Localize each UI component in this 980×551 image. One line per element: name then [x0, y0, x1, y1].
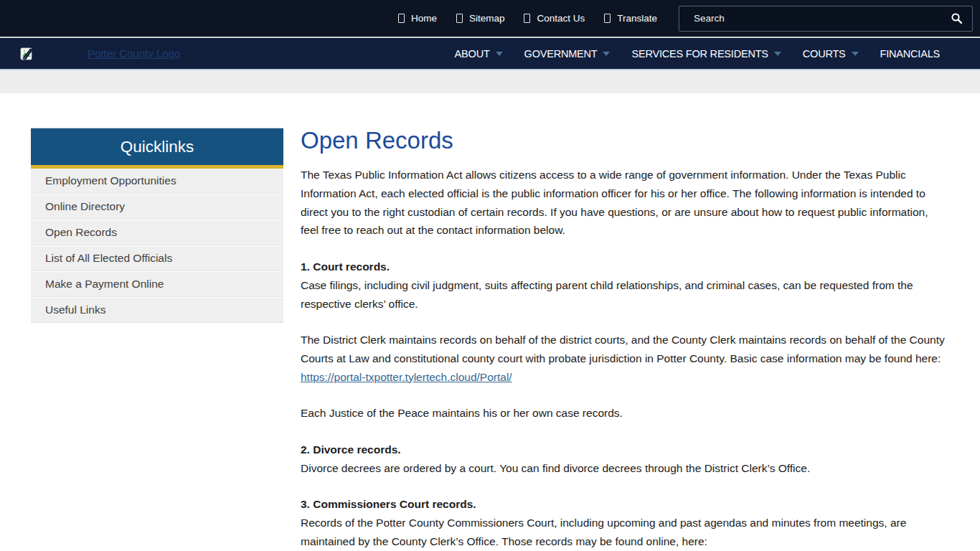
- sitemap-icon: [456, 14, 463, 23]
- quicklinks-sidebar: Quicklinks Employment Opportunities Onli…: [31, 128, 283, 324]
- search-input[interactable]: [679, 13, 941, 24]
- portal-link[interactable]: https://portal-txpotter.tylertech.cloud/…: [301, 371, 512, 383]
- topbar-links: Home Sitemap Contact Us Translate: [398, 13, 657, 24]
- topbar-link-home[interactable]: Home: [398, 13, 437, 24]
- commissioners-court-section: 3. Commissioners Court records. Records …: [301, 495, 947, 550]
- page-title: Open Records: [301, 128, 947, 154]
- nav-item-label: ABOUT: [455, 48, 490, 60]
- translate-icon: [604, 14, 611, 23]
- sidebar-item-open-records[interactable]: Open Records: [31, 220, 283, 246]
- sidebar-item-list-of-all-elected-officials[interactable]: List of All Elected Officials: [31, 246, 283, 272]
- content-area: Quicklinks Employment Opportunities Onli…: [0, 93, 980, 551]
- court-records-heading: 1. Court records.: [301, 260, 390, 273]
- chevron-down-icon: [774, 52, 781, 56]
- topbar-link-contact-us[interactable]: Contact Us: [524, 13, 585, 24]
- chevron-down-icon: [603, 52, 610, 56]
- main-navbar: Potter County Logo ABOUT GOVERNMENT SERV…: [0, 37, 980, 69]
- justice-of-peace-paragraph: Each Justice of the Peace maintains his …: [301, 404, 947, 423]
- logo-alt-text: Potter County Logo: [88, 47, 180, 60]
- contact-icon: [524, 14, 530, 23]
- top-utility-bar: Home Sitemap Contact Us Translate: [0, 0, 980, 37]
- topbar-link-label: Home: [411, 13, 437, 24]
- court-records-body: Case filings, including civil judgment, …: [301, 279, 913, 310]
- breadcrumb-band: [0, 69, 980, 93]
- topbar-link-label: Translate: [617, 13, 657, 24]
- commissioners-court-heading: 3. Commissioners Court records.: [301, 498, 476, 510]
- sidebar-item-make-a-payment-online[interactable]: Make a Payment Online: [31, 272, 283, 298]
- intro-paragraph: The Texas Public Information Act allows …: [301, 166, 947, 240]
- search-icon: [951, 12, 963, 24]
- district-clerk-paragraph: The District Clerk maintains records on …: [301, 331, 947, 386]
- court-records-section: 1. Court records. Case filings, includin…: [301, 258, 947, 313]
- divorce-records-body: Divorce decrees are ordered by a court. …: [301, 462, 810, 474]
- nav-item-label: FINANCIALS: [880, 48, 940, 60]
- district-clerk-text: The District Clerk maintains records on …: [301, 334, 945, 364]
- topbar-link-translate[interactable]: Translate: [604, 13, 657, 24]
- chevron-down-icon: [496, 52, 503, 56]
- nav-item-label: COURTS: [803, 48, 846, 60]
- home-icon: [398, 14, 405, 23]
- main-content: Open Records The Texas Public Informatio…: [301, 128, 947, 551]
- nav-item-label: SERVICES FOR RESIDENTS: [631, 48, 768, 60]
- divorce-records-section: 2. Divorce records. Divorce decrees are …: [301, 441, 947, 477]
- sidebar-item-useful-links[interactable]: Useful Links: [31, 298, 283, 324]
- nav-item-financials[interactable]: FINANCIALS: [880, 48, 940, 60]
- nav-item-courts[interactable]: COURTS: [803, 48, 859, 60]
- search-button[interactable]: [941, 6, 972, 31]
- nav-item-about[interactable]: ABOUT: [455, 48, 503, 60]
- nav-item-government[interactable]: GOVERNMENT: [524, 48, 611, 60]
- nav-item-services-for-residents[interactable]: SERVICES FOR RESIDENTS: [631, 48, 781, 60]
- quicklinks-title: Quicklinks: [31, 128, 283, 165]
- sidebar-item-online-directory[interactable]: Online Directory: [31, 194, 283, 220]
- divorce-records-heading: 2. Divorce records.: [301, 443, 401, 456]
- search-box: [679, 6, 973, 32]
- topbar-link-label: Contact Us: [537, 13, 585, 24]
- nav-item-label: GOVERNMENT: [524, 48, 598, 60]
- quicklinks-list: Employment Opportunities Online Director…: [31, 169, 283, 324]
- sidebar-item-employment-opportunities[interactable]: Employment Opportunities: [31, 169, 283, 194]
- logo-link[interactable]: Potter County Logo: [20, 47, 180, 60]
- chevron-down-icon: [852, 52, 859, 56]
- topbar-link-sitemap[interactable]: Sitemap: [456, 13, 505, 24]
- broken-image-icon: [20, 47, 34, 60]
- nav-menu: ABOUT GOVERNMENT SERVICES FOR RESIDENTS …: [455, 48, 940, 60]
- commissioners-court-body: Records of the Potter County Commissione…: [301, 517, 906, 547]
- topbar-link-label: Sitemap: [469, 13, 505, 24]
